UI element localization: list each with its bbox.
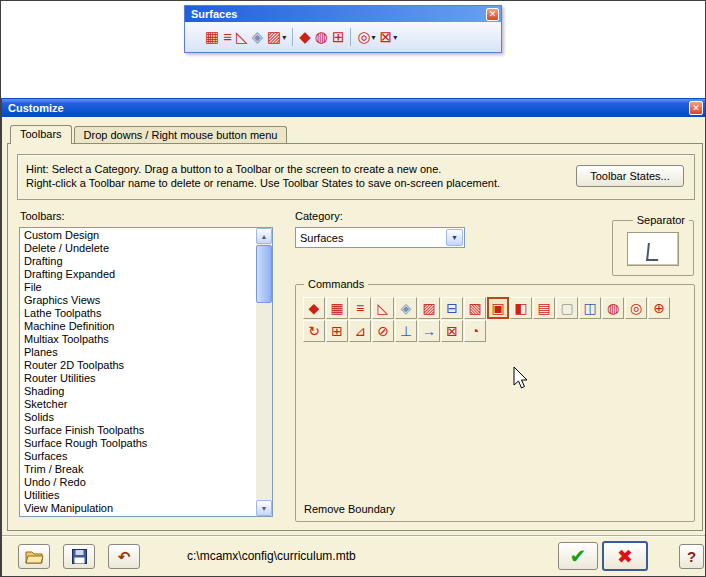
combo-dropdown-icon[interactable]: ▼ xyxy=(446,229,463,246)
question-mark-icon: ? xyxy=(687,548,696,565)
toolbar-list-item[interactable]: Sketcher xyxy=(21,398,256,411)
toolbar-list-item[interactable]: Planes xyxy=(21,346,256,359)
dropdown-arrow-icon[interactable]: ▾ xyxy=(282,33,286,42)
toolbar-list-item[interactable]: Multiax Toolpaths xyxy=(21,333,256,346)
toolbar-states-button[interactable]: Toolbar States... xyxy=(576,165,684,187)
net-surface-icon[interactable]: ⊞ xyxy=(330,25,347,49)
net-surface-cmd-icon[interactable]: ⊞ xyxy=(326,320,348,342)
separator-icon xyxy=(646,243,660,261)
customize-dialog-title: Customize xyxy=(8,102,689,114)
toolbars-listbox[interactable]: Custom Design Delete / Undelete Drafting… xyxy=(19,227,273,517)
split-surface-cmd-icon[interactable]: ◧ xyxy=(510,297,532,319)
ruled-surface-cmd-icon[interactable]: ◺ xyxy=(372,297,394,319)
surface-grid-icon[interactable]: ▦ xyxy=(203,25,221,49)
fillet-plane-cmd-icon[interactable]: ◔ xyxy=(464,320,486,342)
extend-surface-cmd-icon[interactable]: ⊟ xyxy=(441,297,463,319)
toolbar-list-item[interactable]: Lathe Toolpaths xyxy=(21,307,256,320)
draft-surface-cmd-icon[interactable]: ▦ xyxy=(326,297,348,319)
box-primitive-cmd-icon[interactable]: ◫ xyxy=(579,297,601,319)
category-combobox[interactable]: Surfaces ▼ xyxy=(295,227,465,248)
toolbar-list-item[interactable]: Custom Design xyxy=(21,229,256,242)
scroll-up-icon[interactable]: ▲ xyxy=(256,228,272,244)
push-surface-cmd-icon[interactable]: → xyxy=(418,320,440,342)
offset-surface-cmd-icon[interactable]: ▧ xyxy=(464,297,486,319)
toolbar-separator xyxy=(292,28,293,46)
trim-surface-cmd-icon[interactable]: ⊠ xyxy=(441,320,463,342)
flat-boundary-surface-icon[interactable]: ≡ xyxy=(221,25,234,49)
unsplit-surface-cmd-icon[interactable]: ▢ xyxy=(556,297,578,319)
toolbar-list-item[interactable]: Solids xyxy=(21,411,256,424)
untrim-surface-cmd-icon[interactable]: ▤ xyxy=(533,297,555,319)
toolbar-list-item[interactable]: Utilities xyxy=(21,489,256,502)
primitive-surface-icon[interactable]: ◎ ▾ xyxy=(355,25,377,49)
surfaces-toolbar-close-icon[interactable]: ✕ xyxy=(486,8,499,21)
offset-surface-icon[interactable]: ◆ xyxy=(297,25,313,49)
toolbar-list-item[interactable]: Drafting xyxy=(21,255,256,268)
toolbar-list-item[interactable]: View Manipulation xyxy=(21,502,256,515)
commands-group: Commands ◆ ▦ ≡ xyxy=(295,284,695,522)
loft-surface-cmd-icon[interactable]: ⊿ xyxy=(349,320,371,342)
toolbar-list-item[interactable]: Surface Rough Toolpaths xyxy=(21,437,256,450)
toolbar-list-item[interactable]: Shading xyxy=(21,385,256,398)
dropdown-arrow-icon[interactable]: ▾ xyxy=(393,33,397,42)
fillet-surface-icon[interactable]: ▨ ▾ xyxy=(265,25,288,49)
swept-surface-icon[interactable]: ◍ xyxy=(313,25,330,49)
tab-dropdowns-rmb-menu[interactable]: Drop downs / Right mouse button menu xyxy=(74,126,288,143)
toolbars-tab-panel: Hint: Select a Category. Drag a button t… xyxy=(7,143,703,531)
open-file-button[interactable] xyxy=(18,544,50,569)
delete-surface-cmd-icon[interactable]: ⊘ xyxy=(372,320,394,342)
commands-grid: ◆ ▦ ≡ ◺ xyxy=(303,297,675,342)
blend-surface-icon[interactable]: ◈ xyxy=(250,25,266,49)
toolbar-list-item[interactable]: Machine Definition xyxy=(21,320,256,333)
tab-toolbars[interactable]: Toolbars xyxy=(10,125,72,144)
customize-dialog-titlebar[interactable]: Customize ✕ xyxy=(2,99,706,117)
toolbar-list-item[interactable]: Trim / Break xyxy=(21,463,256,476)
separator-group: Separator xyxy=(612,220,694,276)
toolbar-list-item[interactable]: Graphics Views xyxy=(21,294,256,307)
toolbar-list-item[interactable]: Undo / Redo xyxy=(21,476,256,489)
config-file-path: c:\mcamx\config\curriculum.mtb xyxy=(187,549,356,563)
surfaces-toolbar-titlebar[interactable]: Surfaces ✕ xyxy=(185,6,501,22)
toolbar-list-item[interactable]: Router Utilities xyxy=(21,372,256,385)
toolbar-list-item[interactable]: Surface Finish Toolpaths xyxy=(21,424,256,437)
cylinder-primitive-cmd-icon[interactable]: ◎ xyxy=(625,297,647,319)
save-file-button[interactable] xyxy=(63,544,95,569)
toolbars-list: Custom Design Delete / Undelete Drafting… xyxy=(21,229,256,515)
toolbar-list-item[interactable]: Router 2D Toolpaths xyxy=(21,359,256,372)
toolbar-list-item[interactable]: Surfaces xyxy=(21,450,256,463)
undo-button[interactable]: ↶ xyxy=(108,544,140,569)
ok-button[interactable]: ✔ xyxy=(558,542,598,570)
swept-surface-cmd-icon[interactable]: ◆ xyxy=(303,297,325,319)
scroll-down-icon[interactable]: ▼ xyxy=(256,500,272,516)
application-window: Surfaces ✕ ▦ ≡ ◺ xyxy=(0,0,706,577)
sphere-primitive-cmd-icon[interactable]: ◍ xyxy=(602,297,624,319)
cancel-button[interactable]: ✖ xyxy=(602,541,648,571)
extrude-surface-cmd-icon[interactable]: ⊥ xyxy=(395,320,417,342)
cone-primitive-cmd-icon[interactable]: ⊕ xyxy=(648,297,670,319)
hint-line-1: Hint: Select a Category. Drag a button t… xyxy=(26,162,574,176)
scrollbar-thumb[interactable] xyxy=(256,245,272,303)
fillet-surface-cmd-icon[interactable]: ▨ xyxy=(418,297,440,319)
customize-dialog-close-icon[interactable]: ✕ xyxy=(689,101,703,115)
blend-surface-cmd-icon[interactable]: ◈ xyxy=(395,297,417,319)
surfaces-floating-toolbar: Surfaces ✕ ▦ ≡ ◺ xyxy=(184,5,502,53)
trim-surface-icon[interactable]: ⊠ ▾ xyxy=(378,25,400,49)
open-folder-icon xyxy=(25,550,44,564)
command-status-text: Remove Boundary xyxy=(304,503,395,515)
listbox-scrollbar[interactable]: ▲ ▼ xyxy=(256,228,272,516)
customize-dialog: Customize ✕ Toolbars Drop downs / Right … xyxy=(1,98,706,577)
help-button[interactable]: ? xyxy=(679,544,704,569)
toolbar-list-item[interactable]: File xyxy=(21,281,256,294)
revolved-surface-cmd-icon[interactable]: ↻ xyxy=(303,320,325,342)
dropdown-arrow-icon[interactable]: ▾ xyxy=(372,33,376,42)
ruled-surface-icon[interactable]: ◺ xyxy=(234,25,250,49)
dialog-footer: ↶ c:\mcamx\config\curriculum.mtb ✔ ✖ ? xyxy=(2,535,706,577)
category-label: Category: xyxy=(295,210,343,222)
red-x-icon: ✖ xyxy=(617,545,633,568)
toolbar-list-item[interactable]: Delete / Undelete xyxy=(21,242,256,255)
remove-boundary-cmd-icon[interactable]: ▣ xyxy=(487,297,509,319)
flat-boundary-cmd-icon[interactable]: ≡ xyxy=(349,297,371,319)
toolbar-list-item[interactable]: Drafting Expanded xyxy=(21,268,256,281)
save-disk-icon xyxy=(72,549,87,564)
separator-drag-source[interactable] xyxy=(627,232,679,266)
